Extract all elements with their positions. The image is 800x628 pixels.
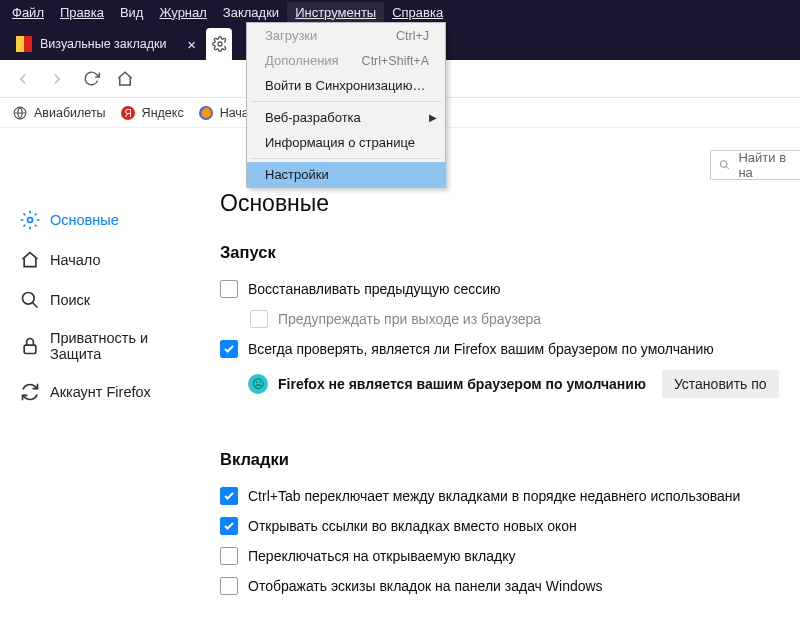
gear-icon bbox=[20, 210, 40, 230]
svg-rect-0 bbox=[16, 36, 24, 52]
sidebar-item-label: Поиск bbox=[50, 292, 90, 308]
back-button[interactable] bbox=[10, 66, 36, 92]
option-label: Ctrl+Tab переключает между вкладками в п… bbox=[248, 488, 740, 504]
option-switch-to-tab[interactable]: Переключаться на открываемую вкладку bbox=[220, 541, 800, 571]
menu-edit[interactable]: Правка bbox=[52, 2, 112, 23]
sidebar-item-label: Приватность и Защита bbox=[50, 330, 180, 362]
bookmark-aviabilety[interactable]: Авиабилеты bbox=[12, 105, 106, 121]
shortcut-label: Ctrl+Shift+A bbox=[362, 54, 429, 68]
option-open-links-tabs[interactable]: Открывать ссылки во вкладках вместо новы… bbox=[220, 511, 800, 541]
sidebar-item-label: Начало bbox=[50, 252, 101, 268]
menu-item-sync[interactable]: Войти в Синхронизацию… bbox=[247, 73, 445, 98]
option-label: Переключаться на открываемую вкладку bbox=[248, 548, 515, 564]
svg-point-8 bbox=[23, 293, 35, 305]
prefs-content: Найти в на Основные Запуск Восстанавлива… bbox=[200, 128, 800, 628]
menu-item-label: Настройки bbox=[265, 167, 329, 182]
firefox-icon bbox=[198, 105, 214, 121]
tab-label: Визуальные закладки bbox=[40, 37, 166, 51]
option-warn-on-quit: Предупреждать при выходе из браузера bbox=[250, 304, 800, 334]
menu-bookmarks[interactable]: Закладки bbox=[215, 2, 287, 23]
sidebar-item-general[interactable]: Основные bbox=[8, 200, 192, 240]
tools-dropdown: Загрузки Ctrl+J Дополнения Ctrl+Shift+A … bbox=[246, 22, 446, 188]
option-label: Всегда проверять, является ли Firefox ва… bbox=[248, 341, 714, 357]
page-title: Основные bbox=[220, 190, 800, 217]
preferences-page: Основные Начало Поиск Приватность и Защи… bbox=[0, 128, 800, 628]
svg-rect-1 bbox=[24, 36, 32, 52]
menu-file[interactable]: Файл bbox=[4, 2, 52, 23]
menu-item-label: Дополнения bbox=[265, 53, 339, 68]
lock-icon bbox=[20, 336, 40, 356]
svg-rect-9 bbox=[24, 345, 36, 353]
menu-separator bbox=[251, 101, 441, 102]
prefs-sidebar: Основные Начало Поиск Приватность и Защи… bbox=[0, 128, 200, 628]
checkbox-unchecked[interactable] bbox=[220, 280, 238, 298]
menu-history[interactable]: Журнал bbox=[151, 2, 214, 23]
svg-text:Я: Я bbox=[124, 108, 131, 119]
menu-item-pageinfo[interactable]: Информация о странице bbox=[247, 130, 445, 155]
option-check-default[interactable]: Всегда проверять, является ли Firefox ва… bbox=[220, 334, 800, 364]
svg-point-7 bbox=[28, 218, 33, 223]
menu-item-label: Веб-разработка bbox=[265, 110, 361, 125]
menu-item-label: Войти в Синхронизацию… bbox=[265, 78, 425, 93]
tab-visual-bookmarks[interactable]: Визуальные закладки × bbox=[6, 28, 206, 60]
sidebar-item-privacy[interactable]: Приватность и Защита bbox=[8, 320, 192, 372]
menu-item-label: Загрузки bbox=[265, 28, 317, 43]
status-text: Firefox не является вашим браузером по у… bbox=[278, 376, 646, 392]
checkbox-unchecked[interactable] bbox=[220, 577, 238, 595]
reload-button[interactable] bbox=[78, 66, 104, 92]
chevron-right-icon: ▶ bbox=[429, 112, 437, 123]
option-label: Восстанавливать предыдущую сессию bbox=[248, 281, 501, 297]
bookmark-label: Яндекс bbox=[142, 106, 184, 120]
shortcut-label: Ctrl+J bbox=[396, 29, 429, 43]
sidebar-item-account[interactable]: Аккаунт Firefox bbox=[8, 372, 192, 412]
home-button[interactable] bbox=[112, 66, 138, 92]
gear-icon bbox=[212, 36, 228, 52]
home-icon bbox=[20, 250, 40, 270]
option-ctrl-tab[interactable]: Ctrl+Tab переключает между вкладками в п… bbox=[220, 481, 800, 511]
info-icon: ☹ bbox=[248, 374, 268, 394]
section-startup: Запуск bbox=[220, 243, 800, 262]
option-label: Отображать эскизы вкладок на панели зада… bbox=[248, 578, 603, 594]
option-label: Открывать ссылки во вкладках вместо новы… bbox=[248, 518, 577, 534]
close-icon[interactable]: × bbox=[187, 37, 196, 52]
bookmark-label: Авиабилеты bbox=[34, 106, 106, 120]
option-taskbar-thumbs[interactable]: Отображать эскизы вкладок на панели зада… bbox=[220, 571, 800, 601]
checkbox-checked[interactable] bbox=[220, 340, 238, 358]
menu-item-addons[interactable]: Дополнения Ctrl+Shift+A bbox=[247, 48, 445, 73]
set-default-button[interactable]: Установить по bbox=[662, 370, 779, 398]
prefs-search-input[interactable]: Найти в на bbox=[710, 150, 800, 180]
menu-separator bbox=[251, 158, 441, 159]
search-placeholder: Найти в на bbox=[738, 150, 792, 180]
menu-tools[interactable]: Инструменты bbox=[287, 2, 384, 23]
bookmark-yandex[interactable]: Я Яндекс bbox=[120, 105, 184, 121]
checkbox-disabled bbox=[250, 310, 268, 328]
menubar: Файл Правка Вид Журнал Закладки Инструме… bbox=[0, 0, 800, 24]
favicon-yandex-icon bbox=[16, 36, 32, 52]
menu-item-label: Информация о странице bbox=[265, 135, 415, 150]
checkbox-checked[interactable] bbox=[220, 487, 238, 505]
svg-point-10 bbox=[720, 161, 727, 168]
sidebar-item-home[interactable]: Начало bbox=[8, 240, 192, 280]
globe-icon bbox=[12, 105, 28, 121]
menu-item-webdev[interactable]: Веб-разработка ▶ bbox=[247, 105, 445, 130]
checkbox-checked[interactable] bbox=[220, 517, 238, 535]
search-icon bbox=[719, 158, 730, 172]
yandex-icon: Я bbox=[120, 105, 136, 121]
checkbox-unchecked[interactable] bbox=[220, 547, 238, 565]
sidebar-item-search[interactable]: Поиск bbox=[8, 280, 192, 320]
option-label: Предупреждать при выходе из браузера bbox=[278, 311, 541, 327]
section-tabs: Вкладки bbox=[220, 450, 800, 469]
forward-button[interactable] bbox=[44, 66, 70, 92]
default-browser-status: ☹ Firefox не является вашим браузером по… bbox=[248, 364, 800, 404]
menu-help[interactable]: Справка bbox=[384, 2, 451, 23]
sync-icon bbox=[20, 382, 40, 402]
svg-point-2 bbox=[218, 42, 222, 46]
sidebar-item-label: Аккаунт Firefox bbox=[50, 384, 151, 400]
search-icon bbox=[20, 290, 40, 310]
tab-settings[interactable] bbox=[206, 28, 232, 60]
sidebar-item-label: Основные bbox=[50, 212, 119, 228]
menu-view[interactable]: Вид bbox=[112, 2, 152, 23]
option-restore-session[interactable]: Восстанавливать предыдущую сессию bbox=[220, 274, 800, 304]
menu-item-settings[interactable]: Настройки bbox=[247, 162, 445, 187]
menu-item-downloads[interactable]: Загрузки Ctrl+J bbox=[247, 23, 445, 48]
